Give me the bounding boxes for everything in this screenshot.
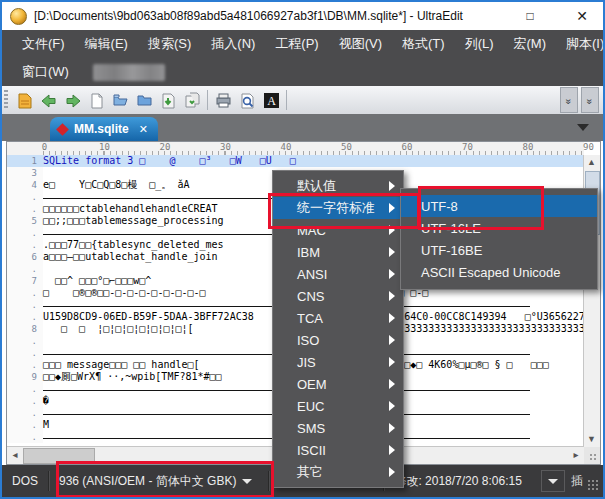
window-resize-grip-icon[interactable]: [587, 479, 599, 491]
forward-icon: [64, 92, 81, 109]
menubar-item-7[interactable]: 列(L): [455, 32, 504, 56]
toolbar-overflow-button[interactable]: »: [560, 87, 578, 113]
scroll-left-icon[interactable]: ◂: [9, 449, 21, 461]
menubar-item-5[interactable]: 视图(V): [329, 32, 392, 56]
status-dropdown-button[interactable]: [541, 470, 565, 492]
new-file-icon: [88, 92, 105, 109]
toolbar-separator: [207, 90, 208, 110]
ruler-mark: 20: [159, 142, 170, 152]
submenu-item-3[interactable]: ASCII Escaped Unicode: [401, 261, 597, 283]
svg-text:A: A: [267, 94, 276, 108]
line-number: 8: [7, 323, 43, 335]
editor-text: M: [43, 419, 49, 431]
line-number: .: [7, 347, 43, 359]
line-number: .: [7, 299, 43, 311]
context-menu-item-9[interactable]: OEM: [273, 373, 403, 395]
menubar-item-3[interactable]: 插入(N): [201, 32, 265, 56]
ultraedit-window: [D:\Documents\9bd063ab08f89abd5a48106692…: [0, 0, 605, 499]
submenu-arrow-icon: [389, 313, 395, 323]
context-menu-item-4[interactable]: ANSI: [273, 263, 403, 285]
editor-text: □□;;□□□tablemessage_processing: [43, 215, 224, 227]
menubar-item-1[interactable]: 编辑(E): [75, 32, 138, 56]
ruler-mark: 90: [583, 142, 594, 152]
toolbar-overflow: »»: [557, 87, 599, 113]
scroll-down-icon[interactable]: ▼: [586, 434, 597, 445]
context-menu-item-label: JIS: [297, 355, 316, 370]
line-number: .: [7, 203, 43, 215]
submenu-item-2[interactable]: UTF-16BE: [401, 239, 597, 261]
tab-bar: MM.sqlite ✕: [2, 114, 603, 141]
context-menu-item-13[interactable]: 其它: [273, 461, 403, 483]
context-menu-item-11[interactable]: SMS: [273, 417, 403, 439]
tab-list-dropdown-icon[interactable]: [577, 124, 589, 131]
print-button[interactable]: [211, 88, 235, 112]
open-document-button[interactable]: [12, 88, 36, 112]
open-document-icon: [16, 92, 33, 109]
line-ending-mode[interactable]: DOS: [2, 471, 49, 491]
line-number: .: [7, 263, 43, 275]
context-menu-item-label: CNS: [297, 289, 324, 304]
line-number: .: [7, 359, 43, 371]
context-menu-item-12[interactable]: ISCII: [273, 439, 403, 461]
scroll-up-icon[interactable]: ▲: [586, 157, 597, 168]
line-number: .: [7, 311, 43, 323]
context-menu-item-label: ISO: [297, 333, 319, 348]
resize-grip[interactable]: [584, 447, 600, 464]
copy-files-button[interactable]: [180, 88, 204, 112]
annotation-rect-utf8: [418, 186, 544, 230]
context-menu-item-5[interactable]: CNS: [273, 285, 403, 307]
context-menu-item-label: ISCII: [297, 443, 326, 458]
menubar-item-2[interactable]: 搜索(S): [138, 32, 201, 56]
submenu-arrow-icon: [389, 181, 395, 191]
maximize-button[interactable]: □: [513, 4, 547, 28]
line-number: .: [7, 431, 43, 443]
tab-close-icon[interactable]: ✕: [139, 123, 148, 136]
context-menu-item-10[interactable]: EUC: [273, 395, 403, 417]
context-menu-item-7[interactable]: ISO: [273, 329, 403, 351]
ruler-mark: 0: [42, 142, 47, 152]
menubar-item-0[interactable]: 文件(F): [12, 32, 75, 56]
context-menu-item-label: OEM: [297, 377, 327, 392]
toolbar-overflow-button[interactable]: »: [581, 87, 599, 113]
menubar-item-9[interactable]: 脚本(I): [556, 32, 605, 56]
save-download-button[interactable]: [156, 88, 180, 112]
close-button[interactable]: ✕: [565, 4, 599, 28]
annotation-rect-encoding: [56, 461, 274, 498]
context-menu-item-label: TCA: [297, 311, 323, 326]
line-number: .: [7, 395, 43, 407]
submenu-arrow-icon: [389, 357, 395, 367]
censored-menu-item: [93, 64, 165, 81]
submenu-arrow-icon: [389, 291, 395, 301]
submenu-arrow-icon: [389, 445, 395, 455]
tab-mm-sqlite[interactable]: MM.sqlite ✕: [50, 117, 158, 141]
open-folder-button[interactable]: [108, 88, 132, 112]
save-download-icon: [160, 92, 177, 109]
context-menu-item-3[interactable]: IBM: [273, 241, 403, 263]
menubar-item-8[interactable]: 宏(M): [504, 32, 557, 56]
print-preview-button[interactable]: [235, 88, 259, 112]
menubar-item-6[interactable]: 格式(T): [392, 32, 455, 56]
insert-mode-indicator: 插: [571, 473, 583, 490]
back-button[interactable]: [36, 88, 60, 112]
line-number: .: [7, 227, 43, 239]
editor-text: �: [43, 395, 49, 407]
menubar-item-window[interactable]: 窗口(W): [12, 60, 79, 84]
line-number: .: [7, 191, 43, 203]
new-file-button[interactable]: [84, 88, 108, 112]
line-number: 1: [7, 155, 43, 167]
editor-text: e□ Y□C□Q□8□槾 □_。 ǎA: [43, 179, 189, 191]
line-number: 7: [7, 275, 43, 287]
ultraedit-app-icon: [10, 8, 27, 25]
font-button[interactable]: A: [259, 88, 283, 112]
context-menu-item-6[interactable]: TCA: [273, 307, 403, 329]
menubar-item-4[interactable]: 工程(P): [265, 32, 328, 56]
title-bar: [D:\Documents\9bd063ab08f89abd5a48106692…: [2, 2, 603, 30]
context-menu-item-8[interactable]: JIS: [273, 351, 403, 373]
scroll-right-icon[interactable]: ▸: [570, 449, 582, 461]
folder-icon: [136, 92, 153, 109]
editor-text: □□^ □□□°□⌐□□□w□^: [43, 275, 151, 287]
folder-button[interactable]: [132, 88, 156, 112]
forward-button[interactable]: [60, 88, 84, 112]
toolbar: A»»: [2, 86, 603, 115]
modified-timestamp: 修改: 2018/7/20 8:06:15: [384, 471, 531, 491]
